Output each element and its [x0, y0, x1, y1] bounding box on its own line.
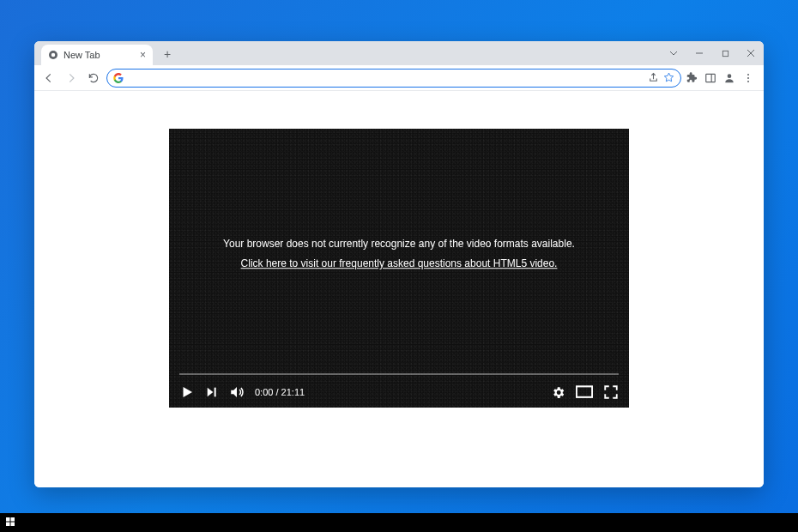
error-text-line1: Your browser does not currently recogniz…: [192, 234, 606, 254]
taskbar: [0, 513, 798, 532]
svg-rect-3: [722, 51, 728, 56]
play-button[interactable]: [179, 384, 195, 400]
reload-button[interactable]: [84, 69, 103, 88]
tab-title: New Tab: [63, 50, 100, 60]
theater-mode-icon[interactable]: [576, 385, 593, 399]
back-button[interactable]: [39, 69, 58, 88]
video-player: Your browser does not currently recogniz…: [169, 129, 629, 408]
maximize-button[interactable]: [712, 41, 738, 65]
forward-button[interactable]: [62, 69, 81, 88]
side-panel-icon[interactable]: [704, 71, 717, 85]
page-content: Your browser does not currently recogniz…: [34, 91, 764, 487]
url-input[interactable]: [130, 73, 641, 83]
new-tab-button[interactable]: +: [158, 45, 177, 63]
menu-dots-icon[interactable]: [741, 71, 755, 85]
next-button[interactable]: [205, 385, 219, 399]
google-g-icon: [112, 72, 124, 84]
svg-rect-15: [11, 517, 15, 522]
window-controls: [661, 41, 764, 65]
bookmark-star-icon[interactable]: [662, 71, 675, 85]
toolbar: [34, 65, 764, 91]
close-tab-icon[interactable]: ×: [140, 49, 146, 61]
profile-avatar-icon[interactable]: [722, 71, 736, 85]
volume-button[interactable]: [229, 384, 245, 400]
browser-window: New Tab × +: [34, 41, 764, 487]
error-faq-link[interactable]: Click here to visit our frequently asked…: [241, 257, 558, 269]
svg-rect-14: [6, 517, 10, 522]
video-controls: 0:00 / 21:11: [169, 373, 629, 408]
minimize-button[interactable]: [686, 41, 712, 65]
svg-rect-12: [215, 388, 216, 397]
start-button[interactable]: [5, 515, 15, 530]
settings-gear-icon[interactable]: [551, 385, 565, 400]
close-window-button[interactable]: [738, 41, 764, 65]
titlebar: New Tab × +: [34, 41, 764, 65]
chevron-down-icon[interactable]: [661, 41, 686, 65]
browser-tab[interactable]: New Tab ×: [41, 45, 153, 65]
svg-rect-13: [577, 386, 592, 397]
svg-rect-17: [11, 523, 15, 527]
svg-point-9: [747, 73, 749, 75]
svg-point-11: [747, 81, 749, 82]
svg-point-1: [51, 53, 56, 57]
share-icon[interactable]: [646, 71, 660, 85]
svg-point-10: [747, 77, 749, 79]
fullscreen-icon[interactable]: [603, 384, 619, 400]
svg-rect-6: [706, 74, 716, 82]
video-error-message: Your browser does not currently recogniz…: [192, 234, 606, 274]
extensions-icon[interactable]: [685, 71, 698, 85]
svg-rect-16: [6, 523, 10, 527]
video-progress-bar[interactable]: [179, 373, 619, 375]
chrome-favicon-icon: [48, 50, 58, 60]
video-time: 0:00 / 21:11: [255, 387, 305, 397]
svg-point-8: [728, 74, 732, 78]
address-bar[interactable]: [106, 69, 681, 88]
